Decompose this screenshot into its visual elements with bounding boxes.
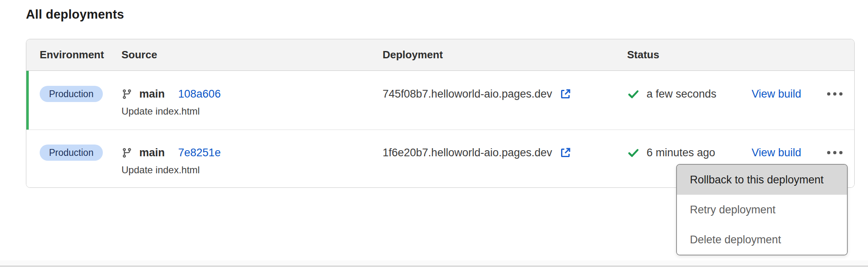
environment-badge: Production	[40, 86, 103, 102]
column-header-source: Source	[121, 49, 383, 61]
git-branch-icon	[121, 89, 132, 100]
external-link-icon[interactable]	[559, 88, 572, 100]
bottom-band	[0, 260, 868, 266]
success-check-icon	[627, 88, 640, 100]
deployment-url: 745f08b7.helloworld-aio.pages.dev	[383, 88, 552, 100]
success-check-icon	[627, 147, 640, 159]
commit-message: Update index.html	[121, 164, 383, 176]
table-row: Production main 108a606 Update index.htm…	[26, 71, 854, 130]
external-link-icon[interactable]	[559, 147, 572, 159]
column-header-deployment: Deployment	[383, 49, 627, 61]
current-deployment-indicator	[26, 71, 29, 130]
commit-link[interactable]: 108a606	[178, 88, 221, 100]
status-cell: 6 minutes ago View build	[627, 130, 854, 161]
branch-name: main	[139, 147, 165, 159]
menu-item-retry[interactable]: Retry deployment	[677, 195, 847, 225]
commit-message: Update index.html	[121, 106, 383, 117]
column-header-environment: Environment	[40, 49, 121, 61]
branch-name: main	[139, 88, 165, 100]
row-actions-menu-button[interactable]	[826, 149, 843, 157]
menu-item-rollback[interactable]: Rollback to this deployment	[677, 165, 847, 195]
deployments-page: All deployments Environment Source Deplo…	[0, 0, 868, 268]
page-title: All deployments	[26, 7, 124, 22]
deployment-url: 1f6e20b7.helloworld-aio.pages.dev	[383, 147, 552, 159]
status-cell: a few seconds View build	[627, 71, 854, 102]
environment-cell: Production	[40, 130, 121, 187]
deployment-cell: 745f08b7.helloworld-aio.pages.dev	[383, 71, 627, 130]
table-header-row: Environment Source Deployment Status	[26, 39, 854, 71]
status-time: a few seconds	[647, 88, 717, 100]
status-time: 6 minutes ago	[647, 147, 715, 159]
deployment-cell: 1f6e20b7.helloworld-aio.pages.dev	[383, 130, 627, 187]
commit-link[interactable]: 7e8251e	[178, 147, 221, 159]
environment-badge: Production	[40, 145, 103, 161]
source-cell: main 108a606 Update index.html	[121, 71, 383, 130]
deployment-context-menu: Rollback to this deployment Retry deploy…	[676, 164, 848, 255]
git-branch-icon	[121, 147, 132, 158]
view-build-link[interactable]: View build	[751, 147, 801, 159]
row-actions-menu-button[interactable]	[826, 90, 843, 98]
column-header-status: Status	[627, 49, 854, 61]
source-cell: main 7e8251e Update index.html	[121, 130, 383, 187]
view-build-link[interactable]: View build	[751, 88, 801, 100]
menu-item-delete[interactable]: Delete deployment	[677, 225, 847, 255]
environment-cell: Production	[40, 71, 121, 130]
bottom-divider	[0, 266, 868, 267]
